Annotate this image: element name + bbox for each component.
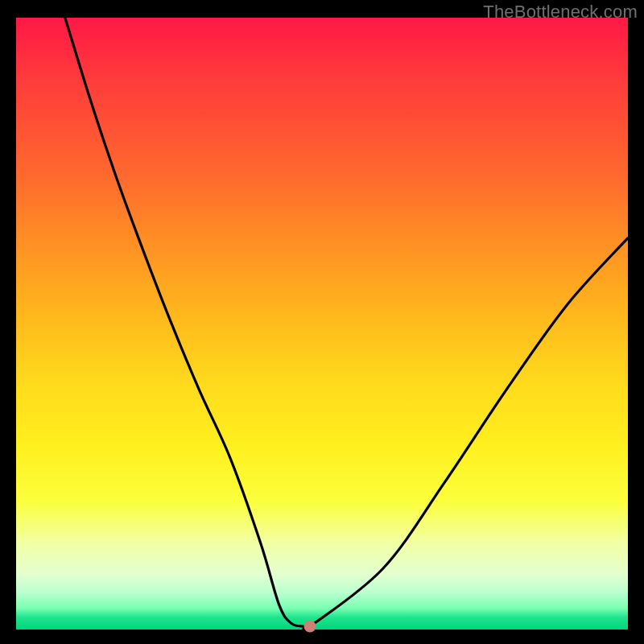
sweet-spot-marker <box>303 621 316 633</box>
watermark-text: TheBottleneck.com <box>483 2 638 23</box>
bottleneck-curve-path <box>65 18 628 630</box>
plot-area <box>16 18 628 630</box>
curve-svg <box>16 18 628 630</box>
chart-frame: TheBottleneck.com <box>0 0 644 644</box>
